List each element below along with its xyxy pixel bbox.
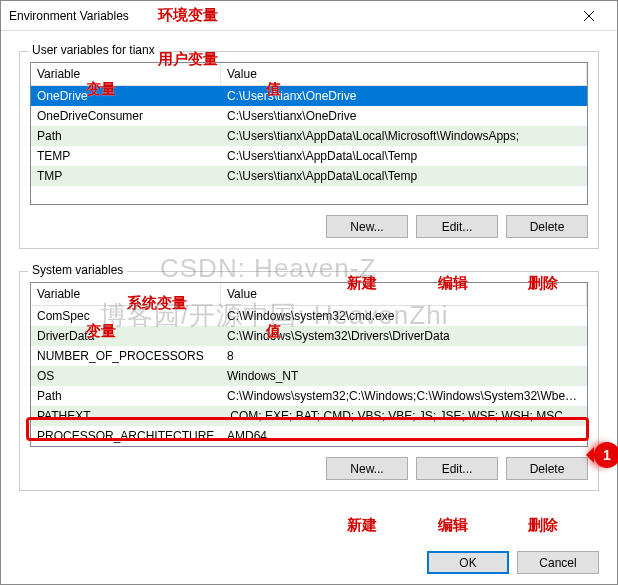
col-value[interactable]: Value	[221, 63, 587, 85]
table-row	[31, 186, 587, 204]
table-row[interactable]: ComSpec C:\Windows\system32\cmd.exe	[31, 306, 587, 326]
delete-button[interactable]: Delete	[506, 215, 588, 238]
table-row[interactable]: TEMP C:\Users\tianx\AppData\Local\Temp	[31, 146, 587, 166]
cell-var: PATHEXT	[31, 406, 221, 426]
cell-val: C:\Users\tianx\OneDrive	[221, 106, 587, 126]
new-button[interactable]: New...	[326, 457, 408, 480]
dialog-button-row: OK Cancel	[1, 543, 617, 584]
table-row[interactable]: OS Windows_NT	[31, 366, 587, 386]
user-group-label: User variables for tianx	[28, 43, 159, 57]
table-row[interactable]: Path C:\Windows\system32;C:\Windows;C:\W…	[31, 386, 587, 406]
cell-var: Path	[31, 386, 221, 406]
delete-button[interactable]: Delete	[506, 457, 588, 480]
user-table-header: Variable Value	[31, 63, 587, 86]
table-row[interactable]: Path C:\Users\tianx\AppData\Local\Micros…	[31, 126, 587, 146]
edit-button[interactable]: Edit...	[416, 215, 498, 238]
table-row[interactable]: TMP C:\Users\tianx\AppData\Local\Temp	[31, 166, 587, 186]
new-button[interactable]: New...	[326, 215, 408, 238]
ok-button[interactable]: OK	[427, 551, 509, 574]
col-variable[interactable]: Variable	[31, 283, 221, 305]
cell-var: NUMBER_OF_PROCESSORS	[31, 346, 221, 366]
cell-var: DriverData	[31, 326, 221, 346]
close-icon	[584, 11, 594, 21]
title-bar: Environment Variables	[1, 1, 617, 31]
cell-val: 8	[221, 346, 587, 366]
close-button[interactable]	[569, 2, 609, 30]
cell-var: PROCESSOR_ARCHITECTURE	[31, 426, 221, 446]
env-vars-dialog: Environment Variables User variables for…	[0, 0, 618, 585]
user-variables-table[interactable]: Variable Value OneDrive C:\Users\tianx\O…	[30, 62, 588, 205]
cell-val: C:\Windows\System32\Drivers\DriverData	[221, 326, 587, 346]
cell-val: .COM;.EXE;.BAT;.CMD;.VBS;.VBE;.JS;.JSE;.…	[221, 406, 587, 426]
table-row[interactable]: OneDriveConsumer C:\Users\tianx\OneDrive	[31, 106, 587, 126]
col-value[interactable]: Value	[221, 283, 587, 305]
cell-var: OneDriveConsumer	[31, 106, 221, 126]
cell-var: TEMP	[31, 146, 221, 166]
cell-val: AMD64	[221, 426, 587, 446]
edit-button[interactable]: Edit...	[416, 457, 498, 480]
system-table-header: Variable Value	[31, 283, 587, 306]
dialog-content: User variables for tianx Variable Value …	[1, 31, 617, 543]
system-button-row: New... Edit... Delete	[30, 457, 588, 480]
cell-var: OS	[31, 366, 221, 386]
cell-var: Path	[31, 126, 221, 146]
cell-var: OneDrive	[31, 86, 221, 106]
system-variables-group: System variables Variable Value ComSpec …	[19, 271, 599, 491]
system-variables-table[interactable]: Variable Value ComSpec C:\Windows\system…	[30, 282, 588, 447]
system-group-label: System variables	[28, 263, 127, 277]
table-row[interactable]: PROCESSOR_ARCHITECTURE AMD64	[31, 426, 587, 446]
cell-val: C:\Users\tianx\AppData\Local\Microsoft\W…	[221, 126, 587, 146]
cell-val: C:\Windows\system32\cmd.exe	[221, 306, 587, 326]
annotation-badge-1: 1	[594, 442, 618, 468]
table-row[interactable]: OneDrive C:\Users\tianx\OneDrive	[31, 86, 587, 106]
table-row[interactable]: PATHEXT .COM;.EXE;.BAT;.CMD;.VBS;.VBE;.J…	[31, 406, 587, 426]
cell-val: C:\Users\tianx\AppData\Local\Temp	[221, 146, 587, 166]
cell-val: C:\Users\tianx\OneDrive	[221, 86, 587, 106]
cell-val: Windows_NT	[221, 366, 587, 386]
col-variable[interactable]: Variable	[31, 63, 221, 85]
cell-var: ComSpec	[31, 306, 221, 326]
cancel-button[interactable]: Cancel	[517, 551, 599, 574]
cell-val: C:\Windows\system32;C:\Windows;C:\Window…	[221, 386, 587, 406]
user-button-row: New... Edit... Delete	[30, 215, 588, 238]
cell-val: C:\Users\tianx\AppData\Local\Temp	[221, 166, 587, 186]
dialog-title: Environment Variables	[9, 9, 129, 23]
table-row[interactable]: NUMBER_OF_PROCESSORS 8	[31, 346, 587, 366]
table-row[interactable]: DriverData C:\Windows\System32\Drivers\D…	[31, 326, 587, 346]
cell-var: TMP	[31, 166, 221, 186]
user-variables-group: User variables for tianx Variable Value …	[19, 51, 599, 249]
